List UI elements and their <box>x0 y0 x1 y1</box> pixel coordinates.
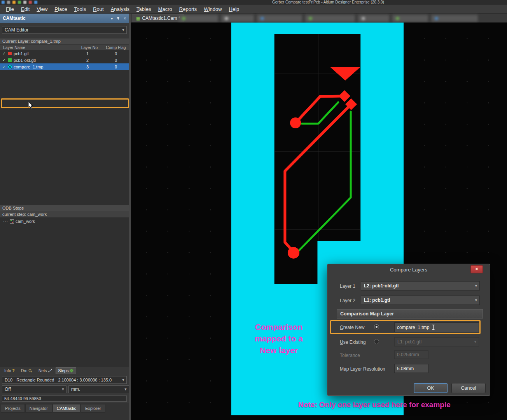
menu-view[interactable]: View <box>33 5 51 13</box>
steps-icon <box>70 369 73 373</box>
toolbar-icon <box>12 1 16 4</box>
tab-label: Nets <box>38 368 47 373</box>
tolerance-input[interactable]: 0.0254mm <box>394 350 428 359</box>
comparison-map-layer-section: Comparison Map Layer <box>337 309 483 318</box>
nets-icon <box>48 369 52 373</box>
chevron-down-icon: ▼ <box>122 387 129 391</box>
annotation-note-bottom: Note: Only one layer used here for examp… <box>298 401 451 409</box>
menu-rout[interactable]: Rout <box>89 5 107 13</box>
tab-steps[interactable]: Steps <box>56 367 77 374</box>
application-window: Gerber Compare testPrjPcb - Altium Desig… <box>0 0 507 420</box>
menu-window[interactable]: Window <box>200 5 225 13</box>
layer-row-pcb1[interactable]: ✓ pcb1.gtl 1 0 <box>0 50 129 57</box>
check-icon[interactable]: ✓ <box>2 51 6 56</box>
chevron-down-icon: ▼ <box>60 387 66 391</box>
dcode-dimensions: 2.100004 : 3.000006 : 135.0 <box>58 378 112 382</box>
ok-button[interactable]: OK <box>414 383 448 393</box>
odb-steps-bar: ODB Steps <box>0 205 129 211</box>
layer-name: pcb1.gtl <box>14 51 72 56</box>
tab-camtastic[interactable]: CAMtastic <box>52 404 80 413</box>
tree-item-cam-work[interactable]: ··· cam_work <box>3 219 129 224</box>
chevron-down-icon: ▼ <box>473 298 479 302</box>
annotation-line: New layer <box>238 345 319 356</box>
layer-list: ✓ pcb1.gtl 1 0 ✓ pcb1-old.gtl 2 0 ✓ <box>0 50 129 205</box>
menu-bar: File Edit View Place Tools Rout Analysis… <box>0 5 507 14</box>
panel-header: CAMtastic ▾ × <box>0 14 129 23</box>
check-icon[interactable]: ✓ <box>2 58 6 62</box>
document-tab-camtastic1[interactable]: ▦ CAMtastic1.Cam * <box>132 14 184 22</box>
cursor-arrow-icon <box>28 102 33 109</box>
steps-tree: ··· cam_work <box>0 217 129 367</box>
tree-item-label: cam_work <box>16 219 35 224</box>
step-icon <box>10 219 14 224</box>
tab-drc[interactable]: Drc <box>18 367 35 374</box>
layer-no: 2 <box>74 58 101 63</box>
close-icon[interactable]: × <box>124 16 126 21</box>
toolbar-icon <box>29 1 32 4</box>
resolution-input[interactable]: 5.08mm <box>394 364 428 373</box>
layer2-select[interactable]: L1: pcb1.gtl ▼ <box>361 296 480 305</box>
question-icon: ? <box>12 369 15 373</box>
menu-analysis[interactable]: Analysis <box>107 5 133 13</box>
magnifier-icon <box>28 369 32 373</box>
camtastic-panel: CAMtastic ▾ × CAM Editor ▼ Current Layer… <box>0 14 131 420</box>
tab-label: Steps <box>58 368 69 373</box>
layer-row-pcb1-old[interactable]: ✓ pcb1-old.gtl 2 0 <box>0 57 129 63</box>
menu-place[interactable]: Place <box>51 5 71 13</box>
snap-value: Off <box>5 387 11 392</box>
panel-tool-tabs: Info ? Drc Nets Steps <box>0 367 129 374</box>
layer1-select[interactable]: L2: pcb1-old.gtl ▼ <box>361 281 480 290</box>
column-layer-no: Layer No <box>76 45 103 50</box>
menu-macro[interactable]: Macro <box>155 5 176 13</box>
column-comp-flag: Comp Flag <box>103 45 129 50</box>
annotation-line: mapped to a <box>238 333 319 345</box>
create-new-input[interactable]: compare_1.tmp <box>394 322 479 332</box>
current-step-bar: current step: cam_work <box>0 211 129 217</box>
editor-mode-select[interactable]: CAM Editor ▼ <box>2 26 127 34</box>
snap-select[interactable]: Off ▼ <box>2 385 66 393</box>
cancel-button[interactable]: Cancel <box>451 383 486 393</box>
tab-navigator[interactable]: Navigator <box>25 404 52 413</box>
use-existing-select[interactable]: L1: pcb1.gtl ▼ <box>394 337 479 346</box>
column-layer-name: Layer Name <box>3 45 76 50</box>
menu-edit[interactable]: Edit <box>17 5 33 13</box>
menu-tools[interactable]: Tools <box>71 5 89 13</box>
annotation-line: Comparison <box>238 321 319 333</box>
tab-explorer[interactable]: Explorer <box>81 404 105 413</box>
current-layer-label: Current Layer: compare_1.tmp <box>2 39 61 44</box>
dcode-select[interactable]: D10 Rectangle Rounded 2.100004 : 3.00000… <box>2 376 127 384</box>
editor-mode-value: CAM Editor <box>5 27 28 33</box>
dcode-shape: Rectangle Rounded <box>16 378 54 382</box>
tab-info[interactable]: Info ? <box>2 367 17 374</box>
tab-label: Info <box>4 368 11 373</box>
menu-tables[interactable]: Tables <box>133 5 155 13</box>
chevron-down-icon: ▼ <box>120 378 126 382</box>
menu-help[interactable]: Help <box>226 5 243 13</box>
use-existing-value: L1: pcb1.gtl <box>397 339 421 345</box>
layer-row-compare[interactable]: ✓ compare_1.tmp 3 0 <box>0 63 129 70</box>
pin-icon[interactable] <box>116 16 120 20</box>
chevron-down-icon: ▼ <box>120 28 126 32</box>
odb-steps-label: ODB Steps <box>2 206 24 210</box>
tab-projects[interactable]: Projects <box>1 404 25 413</box>
quick-access-toolbar[interactable] <box>2 1 37 4</box>
coordinate-readout: 54.48440:99.59853 <box>2 396 127 402</box>
document-tab-strip: ▦ CAMtastic1.Cam * <box>131 14 507 23</box>
create-new-radio[interactable] <box>374 324 379 329</box>
menu-file[interactable]: File <box>2 5 17 13</box>
annotation-highlight-layer-row <box>1 98 129 108</box>
blurred-document-tabs[interactable] <box>178 15 497 22</box>
comp-flag: 0 <box>103 51 129 56</box>
chevron-down-icon[interactable]: ▾ <box>111 16 113 21</box>
menu-reports[interactable]: Reports <box>176 5 201 13</box>
check-icon[interactable]: ✓ <box>2 65 6 69</box>
cam-canvas[interactable]: Comparison mapped to a New layer Note: O… <box>131 23 507 420</box>
close-icon[interactable]: × <box>470 265 483 273</box>
tree-branch: ··· <box>3 219 8 224</box>
use-existing-radio[interactable] <box>374 339 379 344</box>
resolution-value: 5.08mm <box>397 366 414 371</box>
units-select[interactable]: mm. ▼ <box>68 385 129 393</box>
tab-nets[interactable]: Nets <box>36 367 55 374</box>
window-title: Gerber Compare testPrjPcb - Altium Desig… <box>272 0 384 4</box>
document-tab-label: CAMtastic1.Cam * <box>142 16 180 21</box>
